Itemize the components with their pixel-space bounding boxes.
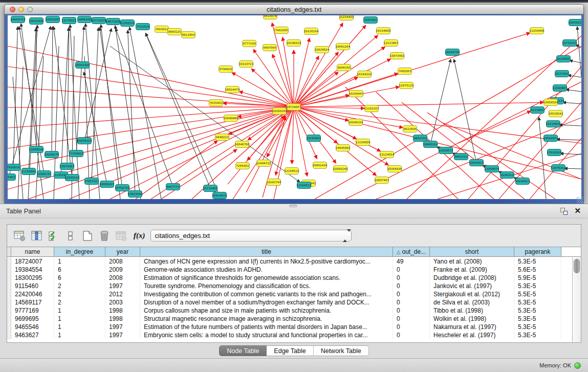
graph-edge[interactable] <box>294 23 343 107</box>
table-cell[interactable]: 9115460 <box>11 282 54 290</box>
graph-node[interactable]: 2087682 <box>364 17 378 24</box>
table-row[interactable]: 946362711997Embryonic stem cells: a mode… <box>7 331 572 339</box>
delete-table-icon[interactable] <box>97 228 112 244</box>
graph-node[interactable]: 7663822 <box>155 26 169 33</box>
graph-node[interactable]: 14695992 <box>336 145 350 151</box>
graph-node[interactable]: 15692971 <box>543 135 558 142</box>
table-cell[interactable]: 1 <box>54 315 105 323</box>
graph-node[interactable]: 8912954 <box>182 32 195 38</box>
graph-edge[interactable] <box>568 75 581 77</box>
table-selector-dropdown[interactable]: citations_edges.txt <box>150 230 352 242</box>
graph-node[interactable]: 7625402 <box>209 100 223 106</box>
table-cell[interactable]: 14569117 <box>11 298 54 307</box>
graph-node[interactable]: 10160447 <box>349 91 364 97</box>
table-row[interactable]: 977716911998Corpus callosum shape and si… <box>7 307 572 315</box>
scrollbar-thumb[interactable] <box>574 259 580 273</box>
graph-node[interactable]: 8813074 <box>264 15 277 19</box>
graph-node[interactable]: 15494731 <box>256 160 271 167</box>
table-cell[interactable]: 5.3E-5 <box>514 331 561 339</box>
graph-node[interactable]: 15716485 <box>203 185 218 192</box>
graph-node[interactable]: 14671355 <box>106 18 121 25</box>
table-cell[interactable]: 1 <box>54 307 105 315</box>
select-all-icon[interactable] <box>46 228 61 244</box>
window-titlebar[interactable]: citations_edges.txt <box>5 5 583 14</box>
table-row[interactable]: 2242004622012Investigating the contribut… <box>7 290 572 298</box>
graph-node[interactable]: 16061264 <box>336 43 351 50</box>
table-cell[interactable]: Changes of HCN gene expression and I(f) … <box>140 257 393 266</box>
table-cell[interactable]: 9465546 <box>11 323 54 331</box>
graph-node[interactable]: 14055724 <box>11 16 26 23</box>
table-row[interactable]: 1456911722003Disruption of a novel membe… <box>7 298 572 307</box>
graph-node[interactable]: 3915403 <box>8 174 16 181</box>
graph-edge[interactable] <box>8 107 294 107</box>
graph-edge[interactable] <box>18 67 23 199</box>
vertical-scrollbar[interactable] <box>572 257 581 342</box>
graph-edge[interactable] <box>557 139 581 140</box>
graph-node[interactable]: 11254408 <box>530 28 545 34</box>
table-cell[interactable]: 22420046 <box>11 290 54 298</box>
column-header-title[interactable]: title <box>140 247 393 256</box>
table-cell[interactable]: 1997 <box>105 282 140 290</box>
graph-node[interactable]: 9860125 <box>168 29 182 35</box>
graph-edge[interactable] <box>232 73 294 107</box>
graph-node[interactable]: 17957223 <box>84 178 99 185</box>
graph-node[interactable]: 10719155 <box>92 17 106 24</box>
graph-node[interactable]: 15276021 <box>62 17 77 24</box>
graph-edge[interactable] <box>8 87 294 107</box>
table-row[interactable]: 946554611997Estimation of the future num… <box>7 323 572 331</box>
splitter-handle[interactable] <box>289 205 297 207</box>
graph-node[interactable]: 15254409 <box>339 15 354 20</box>
graph-node[interactable]: 15751074 <box>562 40 577 47</box>
column-header-year[interactable]: year <box>105 247 140 256</box>
graph-node[interactable]: 16782759 <box>115 185 130 191</box>
graph-node[interactable]: 17359924 <box>69 150 84 157</box>
graph-hub-node[interactable]: 18724007 <box>287 104 301 111</box>
graph-edge[interactable] <box>8 46 294 107</box>
graph-node[interactable]: 7265402 <box>236 163 250 169</box>
table-cell[interactable]: Tourette syndrome. Phenomenology and cla… <box>140 282 393 290</box>
graph-edge[interactable] <box>454 59 476 163</box>
graph-edge[interactable] <box>402 102 525 199</box>
graph-node[interactable]: 9621606 <box>403 126 417 133</box>
table-cell[interactable]: Disruption of a novel member of a sodium… <box>140 298 393 307</box>
float-window-icon[interactable] <box>560 208 568 215</box>
graph-node[interactable]: 17016504 <box>547 149 562 156</box>
table-cell[interactable]: Nakamura et al. (1997) <box>430 323 514 331</box>
table-cell[interactable]: 1997 <box>105 323 140 331</box>
table-cell[interactable]: 5.5E-5 <box>514 290 561 298</box>
graph-edge[interactable] <box>294 107 307 176</box>
graph-edge[interactable] <box>92 28 98 181</box>
graph-node[interactable]: 10995249 <box>333 166 348 172</box>
graph-edge[interactable] <box>564 168 581 169</box>
column-header-short[interactable]: short <box>430 247 514 256</box>
table-cell[interactable]: 19384554 <box>11 266 54 274</box>
table-cell[interactable]: Genome-wide association studies in ADHD. <box>140 266 393 274</box>
show-columns-icon[interactable] <box>29 228 45 244</box>
graph-edge[interactable] <box>272 23 294 107</box>
close-icon[interactable]: ✕ <box>574 206 581 215</box>
graph-node[interactable]: 10958107 <box>100 181 115 188</box>
table-cell[interactable]: Corpus callosum shape and size in male p… <box>140 307 393 315</box>
graph-node[interactable]: 11154509 <box>356 139 371 146</box>
table-cell[interactable]: Yano et al. (2008) <box>430 257 514 266</box>
table-cell[interactable]: 2 <box>54 282 105 290</box>
graph-node[interactable]: 18300295 <box>272 108 287 115</box>
graph-node[interactable]: 7515526 <box>136 24 150 30</box>
graph-edge[interactable] <box>563 102 581 104</box>
table-cell[interactable]: 2 <box>54 298 105 307</box>
graph-node[interactable]: 9862151 <box>454 154 468 160</box>
tab-edge-table[interactable]: Edge Table <box>267 345 313 356</box>
graph-node[interactable]: 12923448 <box>128 191 143 198</box>
table-cell[interactable]: 0 <box>393 323 430 331</box>
column-header-in_degree[interactable]: in_degree <box>54 247 105 256</box>
graph-node[interactable]: 19565012 <box>569 19 581 26</box>
graph-node[interactable]: 10973493 <box>390 53 405 59</box>
graph-node[interactable]: 15820624 <box>315 47 330 53</box>
graph-node[interactable]: 9498222 <box>215 134 229 141</box>
graph-edge[interactable] <box>128 30 135 194</box>
table-cell[interactable]: 5.3E-5 <box>514 298 561 307</box>
graph-node[interactable]: 9777169 <box>243 40 256 47</box>
table-cell[interactable]: 5.3E-5 <box>514 323 561 331</box>
tab-network-table[interactable]: Network Table <box>314 345 369 356</box>
graph-node[interactable]: 7850614 <box>8 164 20 171</box>
